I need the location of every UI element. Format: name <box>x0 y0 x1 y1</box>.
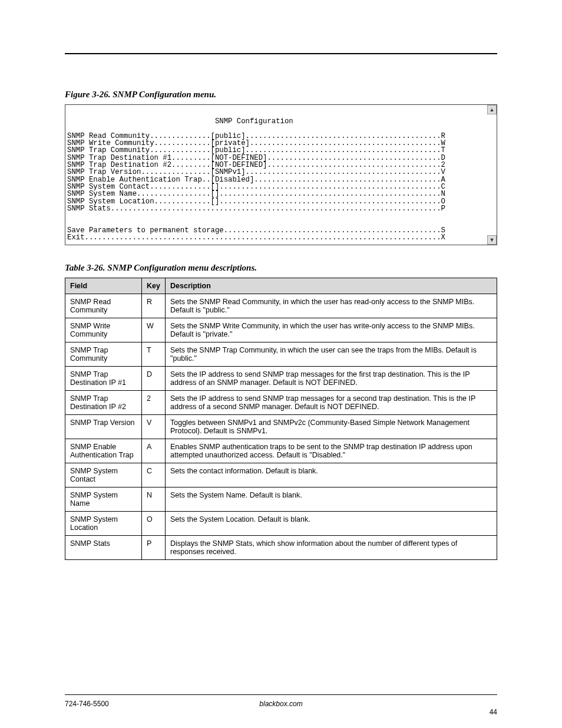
cell-field: SNMP System Location <box>65 512 142 536</box>
table-row: SNMP Trap CommunityTSets the SNMP Trap C… <box>65 342 497 367</box>
table-row: SNMP Enable Authentication TrapAEnables … <box>65 439 497 463</box>
scroll-up-icon[interactable]: ▲ <box>487 105 497 114</box>
footer-center: blackbox.com <box>65 700 497 708</box>
figure-caption: Figure 3-26. SNMP Configuration menu. <box>65 90 497 100</box>
footer-left: 724-746-5500 <box>65 700 109 708</box>
cell-key: R <box>142 294 166 318</box>
cell-desc: Sets the SNMP Trap Community, in which t… <box>166 342 497 367</box>
cell-field: SNMP Enable Authentication Trap <box>65 439 142 463</box>
page-footer: 724-746-5500 blackbox.com 44 <box>65 700 497 708</box>
th-field: Field <box>65 278 142 294</box>
cell-key: N <box>142 487 166 512</box>
table-row: SNMP Trap VersionVToggles between SNMPv1… <box>65 415 497 439</box>
cell-desc: Toggles between SNMPv1 and SNMPv2c (Comm… <box>166 415 497 439</box>
cell-field: SNMP Write Community <box>65 318 142 342</box>
cell-key: A <box>142 439 166 463</box>
table-row: SNMP Read CommunityRSets the SNMP Read C… <box>65 294 497 318</box>
cell-field: SNMP Trap Destination IP #1 <box>65 367 142 391</box>
cell-field: SNMP Read Community <box>65 294 142 318</box>
cell-field: SNMP Trap Destination IP #2 <box>65 391 142 415</box>
cell-key: T <box>142 342 166 367</box>
table-row: SNMP Write CommunityWSets the SNMP Write… <box>65 318 497 342</box>
table-row: SNMP System LocationOSets the System Loc… <box>65 512 497 536</box>
cell-desc: Sets the SNMP Read Community, in which t… <box>166 294 497 318</box>
cell-field: SNMP Stats <box>65 536 142 560</box>
cell-desc: Enables SNMP authentication traps to be … <box>166 439 497 463</box>
config-table: Field Key Description SNMP Read Communit… <box>65 278 497 560</box>
cell-key: 2 <box>142 391 166 415</box>
th-key: Key <box>142 278 166 294</box>
scroll-down-icon[interactable]: ▼ <box>487 235 497 245</box>
cell-field: SNMP System Name <box>65 487 142 512</box>
cell-key: O <box>142 512 166 536</box>
table-row: SNMP Trap Destination IP #22Sets the IP … <box>65 391 497 415</box>
cell-key: D <box>142 367 166 391</box>
top-rule <box>65 53 497 54</box>
cell-desc: Sets the IP address to send SNMP trap me… <box>166 367 497 391</box>
cell-desc: Displays the SNMP Stats, which show info… <box>166 536 497 560</box>
terminal-window: ▲ SNMP Configuration SNMP Read Community… <box>65 104 497 245</box>
terminal-content: SNMP Configuration SNMP Read Community..… <box>67 106 495 243</box>
cell-field: SNMP System Contact <box>65 463 142 487</box>
cell-desc: Sets the contact information. Default is… <box>166 463 497 487</box>
bottom-rule <box>65 694 497 695</box>
cell-desc: Sets the System Name. Default is blank. <box>166 487 497 512</box>
table-row: SNMP Trap Destination IP #1DSets the IP … <box>65 367 497 391</box>
cell-key: C <box>142 463 166 487</box>
table-caption: Table 3-26. SNMP Configuration menu desc… <box>65 263 497 273</box>
table-row: SNMP StatsPDisplays the SNMP Stats, whic… <box>65 536 497 560</box>
th-desc: Description <box>166 278 497 294</box>
footer-right: 44 <box>490 708 497 716</box>
cell-desc: Sets the SNMP Write Community, in which … <box>166 318 497 342</box>
table-row: SNMP System ContactCSets the contact inf… <box>65 463 497 487</box>
cell-desc: Sets the System Location. Default is bla… <box>166 512 497 536</box>
cell-key: W <box>142 318 166 342</box>
table-row: SNMP System NameNSets the System Name. D… <box>65 487 497 512</box>
cell-key: P <box>142 536 166 560</box>
cell-desc: Sets the IP address to send SNMP trap me… <box>166 391 497 415</box>
cell-key: V <box>142 415 166 439</box>
cell-field: SNMP Trap Version <box>65 415 142 439</box>
cell-field: SNMP Trap Community <box>65 342 142 367</box>
